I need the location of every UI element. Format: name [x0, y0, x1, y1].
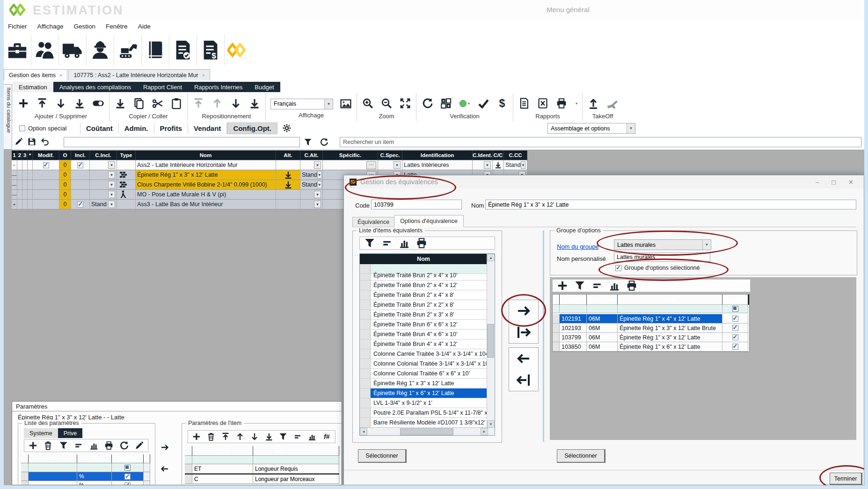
- document-check-icon[interactable]: [169, 35, 197, 65]
- tab-budget[interactable]: Budget: [248, 82, 280, 92]
- dropdown-icon[interactable]: ▼: [314, 201, 321, 208]
- add-icon[interactable]: [192, 431, 201, 443]
- list-item[interactable]: Barre Résiliente Modèle #D1007 1 3/8"x12…: [360, 418, 488, 428]
- language-select[interactable]: Français ▼: [270, 99, 333, 109]
- gear-icon[interactable]: [282, 123, 292, 133]
- worker-icon[interactable]: [87, 35, 114, 65]
- list-item[interactable]: Colonne Colonial Traitée 3-1/4" x 3-1/4"…: [360, 359, 488, 369]
- report-doc-icon[interactable]: [518, 97, 530, 109]
- close-icon[interactable]: ×: [59, 72, 62, 78]
- assemblage-select[interactable]: Assemblage et options ▼: [547, 123, 635, 134]
- catalog-icon[interactable]: [142, 35, 169, 65]
- excavator-icon[interactable]: [114, 35, 142, 65]
- menu-fichier[interactable]: Fichier: [3, 23, 32, 30]
- filter-row[interactable]: [21, 463, 150, 472]
- nom-field[interactable]: Épinette Rég 1" x 3" x 12' Latte: [485, 200, 856, 209]
- checkbox-icon[interactable]: [19, 125, 25, 131]
- vendant-button[interactable]: Vendant: [188, 123, 227, 134]
- status-dot-icon[interactable]: ▾: [459, 97, 471, 109]
- copy-icon[interactable]: [133, 97, 145, 109]
- tab-gestion-des-items[interactable]: Gestion des items ×: [4, 69, 67, 80]
- list-item[interactable]: Épinette Traité Brun 2" x 4" x 10': [360, 274, 488, 280]
- list-item[interactable]: Épinette Traité Brun 4" x 6" x 10': [360, 330, 488, 339]
- list-item[interactable]: Épinette Rég 1" x 3" x 12' Latte: [360, 379, 488, 388]
- list-item[interactable]: Épinette Traité Brun 2" x 3" x 8': [360, 310, 488, 320]
- list-item[interactable]: Poutre 2.0E Parallam PSL 5-1/4" x 11-7/8…: [360, 408, 488, 418]
- col-nom[interactable]: Nom: [136, 151, 276, 160]
- chart-icon[interactable]: [307, 431, 317, 443]
- move-down-bar-icon[interactable]: [73, 97, 86, 109]
- nom-cell[interactable]: Ass2 - Latte Intérieure Horizontale Mur: [136, 160, 276, 170]
- dropdown-icon[interactable]: ▼: [317, 171, 322, 179]
- col-cspec[interactable]: C.Spec.: [378, 151, 402, 160]
- close-icon[interactable]: ×: [202, 72, 205, 78]
- equal-icon[interactable]: [381, 237, 393, 249]
- table-row[interactable]: − 0 ▼ Ass2 - Latte Intérieure Horizontal…: [12, 160, 527, 170]
- upload-icon[interactable]: [587, 97, 599, 109]
- move-all-right-icon[interactable]: [516, 324, 532, 340]
- filter-icon[interactable]: [278, 431, 288, 443]
- insert-down-icon[interactable]: [55, 97, 67, 109]
- scroll-up-icon[interactable]: ▲: [487, 254, 495, 261]
- move-top-icon[interactable]: [221, 431, 230, 443]
- refresh-icon[interactable]: [119, 439, 129, 452]
- col-standard[interactable]: Standard: [722, 295, 748, 305]
- equal-icon[interactable]: [293, 431, 302, 443]
- selectionner-right-button[interactable]: Sélectionner: [557, 449, 605, 463]
- scroll-up-icon[interactable]: ▲: [144, 454, 150, 463]
- param-move-left-icon[interactable]: [160, 464, 169, 474]
- dialog-titlebar[interactable]: Gestion des équivalences – ◻ ✕: [344, 175, 864, 188]
- dollar-icon[interactable]: $: [496, 97, 508, 109]
- list-item[interactable]: Épinette Traité Brun 2" x 4" x 12': [360, 280, 488, 290]
- add-item-icon[interactable]: [17, 97, 29, 109]
- check-icon[interactable]: [477, 97, 489, 109]
- move-bottom-icon[interactable]: [264, 431, 274, 443]
- cut-icon[interactable]: [152, 97, 164, 109]
- dropdown-icon[interactable]: ▼: [108, 161, 115, 169]
- paste-icon[interactable]: [170, 97, 182, 109]
- refresh-icon[interactable]: [421, 97, 433, 109]
- list-item[interactable]: Épinette Traité Brun 6" x 6" x 12': [360, 320, 488, 330]
- menu-gestion[interactable]: Gestion: [69, 23, 101, 30]
- list-item[interactable]: Épinette Traité Brun 4" x 4" x 12': [360, 339, 488, 349]
- param-item-row[interactable]: ET Longueur Requis: [185, 464, 339, 475]
- move-right-icon[interactable]: [516, 303, 532, 319]
- image-icon[interactable]: [340, 98, 352, 110]
- dropdown-icon[interactable]: ▼: [108, 171, 115, 179]
- tree-expander[interactable]: +: [12, 200, 17, 209]
- move-up-icon[interactable]: [211, 97, 223, 109]
- tab-rapports-internes[interactable]: Rapports Internes: [188, 82, 248, 92]
- filter-row[interactable]: [185, 456, 339, 464]
- col-nom-param[interactable]: Nom des param.: [253, 446, 339, 456]
- excel-icon[interactable]: [537, 97, 549, 109]
- equiv-row[interactable]: 102193 06M Épinette Rég 1" x 3" x 12' La…: [553, 324, 749, 333]
- move-left-icon[interactable]: [516, 351, 532, 367]
- col-1[interactable]: 1: [12, 151, 17, 160]
- col-min-defaut[interactable]: n. / défa: [77, 454, 112, 463]
- menu-aide[interactable]: Aide: [133, 23, 156, 30]
- list-item[interactable]: Colonne Carrée Traitée 3-1/4" x 3-1/4" x…: [360, 349, 488, 359]
- col-alt[interactable]: Alt.: [276, 151, 300, 160]
- add-icon[interactable]: [28, 439, 38, 452]
- admin-button[interactable]: Admin.: [119, 123, 154, 134]
- minimize-icon[interactable]: –: [816, 179, 819, 186]
- tab-analyses-compilations[interactable]: Analyses des compilations: [53, 82, 137, 92]
- scroll-right-icon[interactable]: ►: [481, 428, 488, 435]
- scroll-thumb[interactable]: [487, 324, 494, 358]
- filter-icon[interactable]: [364, 237, 376, 249]
- col-favoris[interactable]: Favoris: [112, 454, 144, 463]
- takeoff-icon[interactable]: [606, 97, 618, 109]
- col-code-class[interactable]: Code Class.: [587, 295, 618, 305]
- col-calt[interactable]: C.Alt.: [300, 151, 323, 160]
- list-item[interactable]: Épinette Traité Brun 2" x 2" x 8': [360, 300, 488, 310]
- list-item[interactable]: Colonne Colonial Traitée 6" x 6" x 10': [360, 369, 488, 379]
- equiv-row-selected[interactable]: 102191 06M Épinette Rég 1" x 4" x 12' La…: [553, 314, 749, 324]
- truck-icon[interactable]: [59, 35, 87, 65]
- printer-icon[interactable]: [416, 237, 428, 249]
- dropdown-icon[interactable]: ▼: [317, 181, 322, 188]
- col-incl[interactable]: Incl.: [71, 151, 90, 160]
- printer-icon[interactable]: [626, 280, 638, 292]
- col-ccc[interactable]: C.CC: [504, 151, 527, 160]
- chevron-down-icon[interactable]: ▾: [576, 101, 577, 106]
- col-o[interactable]: O: [59, 151, 71, 160]
